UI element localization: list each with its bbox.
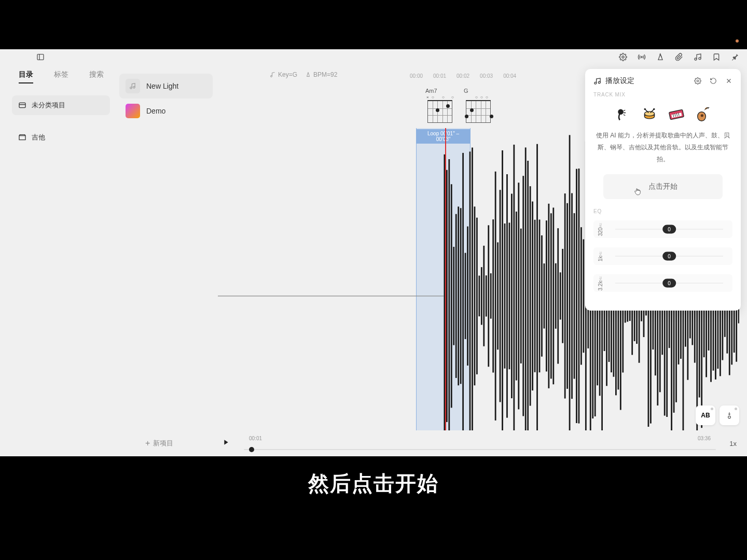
eq-slider[interactable]: 0: [615, 229, 723, 230]
svg-rect-16: [451, 184, 452, 408]
svg-point-141: [594, 82, 597, 84]
tab-directory[interactable]: 目录: [19, 70, 33, 83]
svg-rect-20: [460, 208, 462, 384]
tab-tags[interactable]: 标签: [54, 70, 68, 83]
panel-header: 播放设定: [593, 76, 732, 86]
panel-close-icon[interactable]: [725, 77, 732, 85]
panel-title-text: 播放设定: [605, 76, 634, 86]
svg-rect-70: [576, 169, 577, 423]
svg-rect-49: [527, 161, 529, 430]
svg-rect-66: [566, 203, 568, 389]
chord-am7[interactable]: Am7 × ○ ○ ○: [425, 88, 454, 123]
bpm-display[interactable]: BPM=92: [305, 71, 337, 78]
play-button[interactable]: [222, 438, 230, 449]
sidebar-item-uncategorized[interactable]: 未分类项目: [12, 95, 110, 115]
time-tick: 00:04: [503, 73, 516, 79]
svg-rect-40: [506, 174, 508, 418]
svg-rect-58: [548, 204, 549, 388]
svg-rect-22: [465, 253, 466, 339]
sidebar-toggle-icon[interactable]: [36, 53, 45, 61]
time-tick: 00:01: [433, 73, 446, 79]
chord-g[interactable]: G ○ ○ ○: [464, 88, 493, 123]
speed-button[interactable]: 1x: [729, 440, 737, 447]
sidebar-item-guitar[interactable]: 吉他: [12, 128, 110, 147]
svg-rect-63: [560, 272, 561, 319]
svg-point-153: [644, 108, 646, 110]
svg-point-9: [130, 87, 132, 89]
song-name: New Light: [146, 82, 178, 90]
svg-rect-69: [574, 213, 575, 379]
progress-handle[interactable]: [249, 447, 254, 452]
song-name: Demo: [146, 107, 165, 115]
key-display[interactable]: Key=G: [270, 71, 297, 78]
svg-rect-52: [534, 220, 536, 372]
song-list: New Light Demo: [114, 66, 218, 430]
sidebar-item-label: 吉他: [32, 133, 45, 142]
bookmark-icon[interactable]: [712, 53, 721, 61]
svg-rect-26: [474, 206, 476, 385]
start-button[interactable]: 点击开始: [603, 174, 723, 199]
svg-rect-67: [569, 135, 571, 430]
transport-bar: + 新项目 00:01 03:36 1x: [0, 430, 747, 456]
music-note-icon: [593, 77, 601, 85]
svg-rect-55: [541, 235, 543, 357]
eq-slider[interactable]: 0: [615, 283, 723, 284]
svg-point-5: [695, 58, 697, 60]
panel-reset-icon[interactable]: [710, 77, 717, 85]
svg-rect-59: [550, 213, 552, 379]
svg-point-143: [697, 80, 699, 82]
eq-slider[interactable]: 0: [615, 256, 723, 257]
svg-rect-51: [532, 202, 533, 391]
video-subtitle: 然后点击开始: [308, 469, 439, 498]
marker-button[interactable]: [720, 405, 739, 425]
ab-loop-button[interactable]: AB: [696, 405, 715, 425]
svg-rect-42: [511, 194, 513, 398]
metronome-icon[interactable]: [656, 53, 665, 61]
eq-value[interactable]: 0: [662, 225, 676, 234]
key-value: Key=G: [278, 71, 297, 78]
tab-search[interactable]: 搜索: [89, 70, 104, 83]
song-thumbnail: [126, 104, 140, 118]
svg-rect-50: [530, 186, 531, 405]
svg-point-162: [701, 114, 703, 117]
eq-freq-label: 1kHz: [598, 251, 610, 261]
cursor-icon: [633, 187, 642, 196]
song-item-demo[interactable]: Demo: [119, 99, 213, 123]
music-icon[interactable]: [694, 53, 702, 61]
svg-point-11: [271, 76, 272, 77]
eq-value[interactable]: 0: [662, 252, 676, 261]
panel-gear-icon[interactable]: [694, 77, 701, 85]
svg-rect-28: [478, 276, 480, 317]
svg-rect-48: [525, 147, 527, 430]
trackmix-description: 使用 AI 能力，分析并提取歌曲中的人声、鼓、贝斯、钢琴、吉他以及其他音轨。以及…: [593, 130, 732, 165]
new-project-button[interactable]: + 新项目: [145, 439, 173, 448]
recording-indicator: [736, 39, 739, 43]
settings-icon[interactable]: [619, 53, 627, 61]
sidebar: 目录 标签 搜索 未分类项目 吉他: [8, 66, 114, 430]
instrument-icons: [593, 107, 732, 122]
attachment-icon[interactable]: [675, 53, 683, 61]
svg-rect-19: [458, 206, 459, 385]
svg-rect-33: [490, 273, 492, 318]
svg-rect-36: [497, 242, 499, 349]
pin-icon[interactable]: [731, 53, 739, 61]
bpm-value: BPM=92: [313, 71, 337, 78]
svg-point-6: [699, 58, 701, 60]
playhead[interactable]: [445, 128, 446, 430]
playback-settings-panel: 播放设定 TRACK MIX 使用 AI 能力，分析并提取歌曲中的人声、鼓、贝斯…: [585, 69, 741, 311]
svg-rect-41: [509, 222, 510, 369]
svg-rect-21: [462, 153, 464, 430]
svg-rect-164: [707, 107, 709, 109]
eq-band-320: 320Hz 0: [593, 220, 732, 238]
svg-rect-72: [580, 227, 582, 365]
svg-rect-60: [552, 207, 554, 384]
svg-rect-56: [544, 263, 545, 328]
svg-rect-65: [564, 193, 566, 398]
svg-rect-47: [522, 176, 524, 416]
svg-rect-73: [583, 239, 584, 353]
song-item-newlight[interactable]: New Light: [119, 74, 213, 99]
broadcast-icon[interactable]: [638, 53, 646, 61]
eq-value[interactable]: 0: [662, 279, 676, 288]
eq-label: EQ: [593, 208, 732, 214]
eq-freq-label: 3.2kHz: [598, 276, 610, 290]
